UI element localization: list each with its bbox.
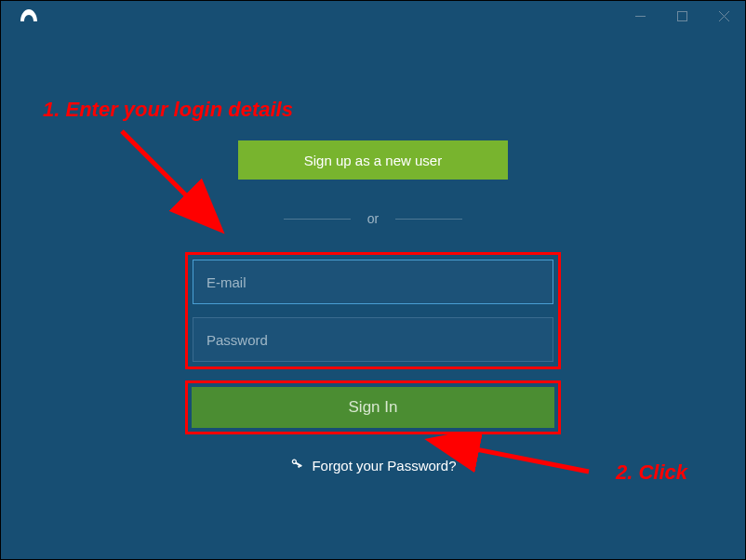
svg-rect-1 (678, 11, 687, 20)
divider: or (284, 211, 462, 226)
annotation-step1: 1. Enter your login details (43, 98, 293, 122)
login-fields-highlight (185, 252, 561, 369)
app-logo-icon (18, 7, 40, 33)
forgot-password-link[interactable]: Forgot your Password? (289, 457, 456, 474)
signin-highlight: Sign In (185, 380, 561, 434)
annotation-step2: 2. Click (616, 460, 687, 485)
email-field[interactable] (193, 260, 553, 304)
divider-text: or (367, 211, 379, 226)
forgot-password-label: Forgot your Password? (312, 458, 456, 473)
close-button[interactable] (703, 2, 745, 30)
minimize-button[interactable] (619, 2, 661, 30)
login-panel: Sign up as a new user or Sign In Forgot … (185, 140, 561, 474)
divider-line-right (395, 219, 462, 220)
divider-line-left (284, 219, 351, 220)
password-field[interactable] (193, 317, 553, 362)
maximize-button[interactable] (661, 2, 703, 30)
window-controls (619, 1, 745, 31)
signup-button[interactable]: Sign up as a new user (238, 140, 508, 180)
signin-button[interactable]: Sign In (192, 387, 554, 428)
key-icon (287, 455, 306, 475)
